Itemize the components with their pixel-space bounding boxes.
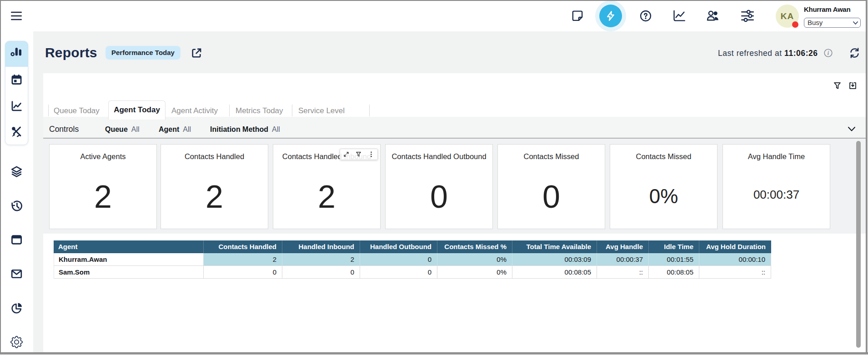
svg-text:i: i <box>828 50 829 56</box>
